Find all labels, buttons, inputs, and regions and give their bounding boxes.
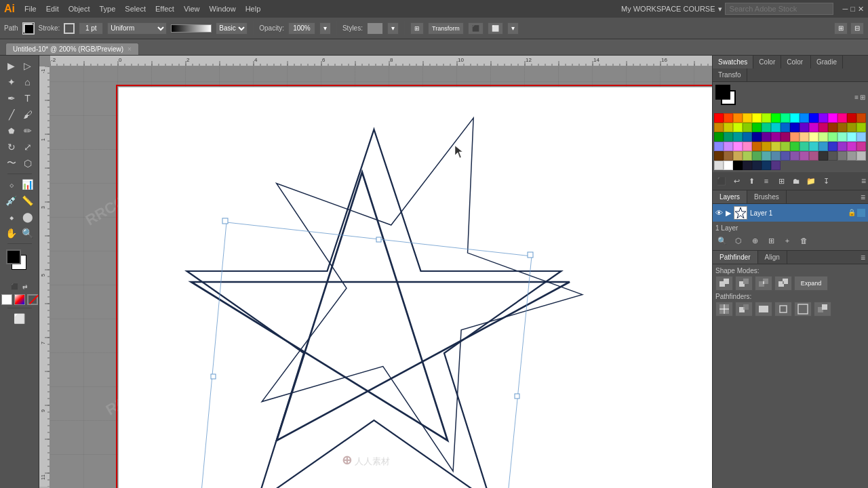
swatch-color[interactable] [828, 123, 837, 132]
swatch-color[interactable] [752, 161, 762, 170]
document-tab[interactable]: Untitled-10* @ 200% (RGB/Preview) × [5, 43, 139, 55]
swatch-color[interactable] [856, 123, 866, 132]
swatch-color[interactable] [771, 151, 781, 161]
swatch-color[interactable] [743, 161, 752, 170]
swatch-color[interactable] [837, 151, 847, 161]
swatch-color[interactable] [818, 113, 828, 123]
swatch-color[interactable] [828, 151, 837, 161]
measure-tool[interactable]: 📏 [20, 193, 35, 208]
swatch-color[interactable] [818, 151, 828, 161]
swatch-color[interactable] [781, 142, 790, 151]
make-mask-btn[interactable]: ⬡ [732, 234, 745, 247]
panel-icon-1[interactable]: ⬛ [715, 174, 728, 188]
swatch-color[interactable] [856, 132, 866, 142]
stroke-indicator[interactable] [715, 85, 730, 100]
swatch-color[interactable] [733, 132, 743, 142]
color2-tab[interactable]: Color [781, 56, 811, 68]
artboard-tool[interactable]: ⬜ [7, 311, 32, 326]
transform-tab[interactable]: Transfo [713, 68, 747, 81]
rotate-tool[interactable]: ↻ [4, 140, 19, 155]
magic-wand-tool[interactable]: ✦ [4, 75, 19, 89]
swatch-color[interactable] [818, 123, 828, 132]
symbol-tool[interactable]: ⬦ [4, 177, 19, 192]
swatch-color[interactable] [733, 123, 743, 132]
swatch-color[interactable] [771, 142, 781, 151]
swatch-color[interactable] [809, 151, 818, 161]
swap-colors-icon[interactable]: ⇄ [22, 283, 28, 290]
swatch-color[interactable] [752, 123, 762, 132]
unite-btn[interactable] [715, 276, 733, 291]
minus-back-btn[interactable] [814, 302, 831, 317]
swatch-color[interactable] [762, 161, 771, 170]
panel-icon-3[interactable]: ⬆ [745, 174, 758, 188]
swatch-color[interactable] [714, 132, 724, 142]
swatch-color[interactable] [733, 113, 743, 123]
swatch-color[interactable] [781, 151, 790, 161]
search-stock-input[interactable] [725, 3, 833, 15]
swatch-color[interactable] [714, 161, 724, 170]
swatch-color[interactable] [781, 123, 790, 132]
swatch-color[interactable] [743, 123, 752, 132]
zoom-tool[interactable]: 🔍 [20, 226, 35, 241]
swatch-color[interactable] [837, 123, 847, 132]
swatch-color[interactable] [743, 142, 752, 151]
swatch-color[interactable] [790, 142, 800, 151]
swatch-color[interactable] [762, 151, 771, 161]
hand-tool[interactable]: ✋ [4, 226, 19, 241]
pathfinder-tab[interactable]: Pathfinder [713, 251, 758, 264]
swatch-color[interactable] [733, 161, 743, 170]
swatch-color[interactable] [724, 161, 733, 170]
swatch-color[interactable] [743, 113, 752, 123]
swatch-color[interactable] [800, 123, 809, 132]
line-tool[interactable]: ╱ [4, 107, 19, 122]
swatch-color[interactable] [828, 132, 837, 142]
swatch-color[interactable] [847, 151, 856, 161]
swatch-color[interactable] [809, 142, 818, 151]
swatch-color[interactable] [714, 151, 724, 161]
swatch-color[interactable] [809, 113, 818, 123]
menu-help[interactable]: Help [245, 5, 261, 13]
swatch-color[interactable] [809, 123, 818, 132]
swatches-tab[interactable]: Swatches [713, 56, 753, 68]
panel-toggle-btn[interactable]: ⊞ [834, 22, 848, 35]
menu-object[interactable]: Object [68, 5, 90, 13]
selection-tool[interactable]: ▶ [4, 58, 19, 73]
lasso-tool[interactable]: ⌂ [20, 75, 35, 89]
swatch-color[interactable] [714, 113, 724, 123]
panel-icon-7[interactable]: 📁 [804, 174, 818, 188]
more-options-btn[interactable]: ▾ [507, 22, 519, 35]
panel-icon-5[interactable]: ⊞ [774, 174, 788, 188]
swatch-color[interactable] [800, 132, 809, 142]
swatch-color[interactable] [837, 142, 847, 151]
panel-hamburger[interactable]: ≡ [861, 176, 866, 186]
blend-tool[interactable]: ⬥ [4, 209, 19, 224]
swatch-color[interactable] [856, 151, 866, 161]
column-graph-tool[interactable]: 📊 [20, 177, 35, 192]
panel-icon-4[interactable]: ≡ [760, 174, 773, 188]
trim-btn[interactable] [735, 302, 753, 317]
swatch-color[interactable] [771, 161, 781, 170]
panel-icon-6[interactable]: 🖿 [789, 174, 803, 188]
align-tab-btn[interactable]: Align [758, 251, 787, 264]
layer-expand-arrow[interactable]: ▶ [726, 209, 731, 218]
free-transform-tool[interactable]: ⬡ [20, 156, 35, 171]
menu-type[interactable]: Type [100, 5, 116, 13]
swatch-color[interactable] [762, 142, 771, 151]
layer-visibility-toggle[interactable]: 👁 [715, 209, 723, 217]
eyedropper-tool[interactable]: 💉 [4, 193, 19, 208]
warp-tool[interactable]: 〜 [4, 156, 19, 171]
layer-color-icon[interactable] [857, 209, 865, 217]
swatch-color[interactable] [856, 113, 866, 123]
locate-layer-btn[interactable]: 🔍 [715, 234, 729, 247]
release-btn[interactable]: ⊞ [764, 234, 778, 247]
divide-btn[interactable] [715, 302, 733, 317]
opacity-dropdown-btn[interactable]: ▾ [319, 22, 331, 35]
swatch-color[interactable] [762, 113, 771, 123]
exclude-btn[interactable] [774, 276, 792, 291]
swatch-color[interactable] [809, 132, 818, 142]
scale-tool[interactable]: ⤢ [20, 140, 35, 155]
pen-tool[interactable]: ✒ [4, 91, 19, 106]
swatch-color[interactable] [818, 142, 828, 151]
minus-front-btn[interactable] [735, 276, 753, 291]
expand-btn[interactable]: Expand [794, 276, 828, 291]
